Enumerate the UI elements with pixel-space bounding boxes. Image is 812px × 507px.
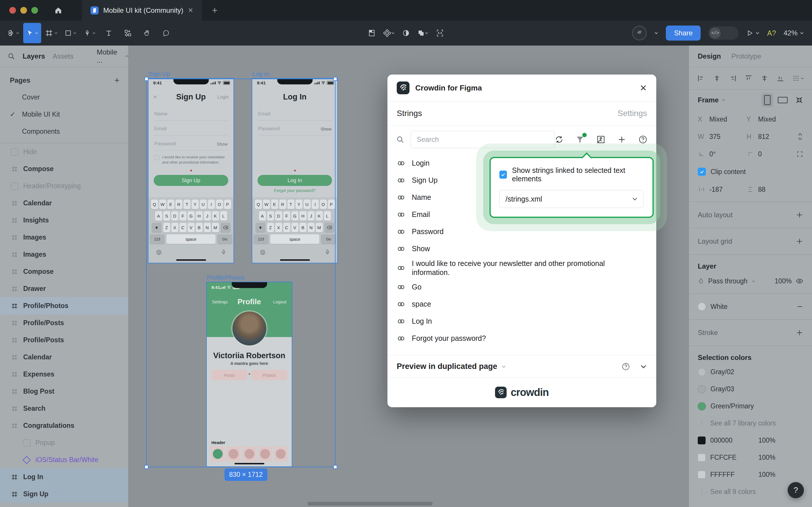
page-item-components[interactable]: Components xyxy=(0,123,128,140)
layer-row[interactable]: Header/Prototyping xyxy=(0,177,128,194)
corner-radius-value[interactable]: 0 xyxy=(758,150,762,158)
tab-design[interactable]: Design xyxy=(698,52,721,60)
add-string-icon[interactable] xyxy=(618,135,626,144)
move-tool[interactable] xyxy=(23,23,41,43)
dev-mode-toggle[interactable]: </> xyxy=(708,26,739,40)
selection-color-row[interactable]: Gray/03 xyxy=(689,381,812,398)
tab-prototype[interactable]: Prototype xyxy=(732,52,761,60)
layer-row-selected[interactable]: Log In xyxy=(0,468,128,486)
string-item[interactable]: Forgot your password? xyxy=(397,330,647,347)
refresh-icon[interactable] xyxy=(555,135,564,144)
page-item-cover[interactable]: Cover xyxy=(0,89,128,106)
layer-row-selected[interactable]: Sign Up xyxy=(0,486,128,503)
align-right-icon[interactable] xyxy=(729,74,737,82)
pen-tool[interactable] xyxy=(80,23,99,43)
layer-row[interactable]: Insights xyxy=(0,212,128,229)
layer-row[interactable]: Expenses xyxy=(0,366,128,383)
resize-to-fit-icon[interactable] xyxy=(795,96,803,104)
search-icon[interactable] xyxy=(7,53,15,60)
share-button[interactable]: Share xyxy=(666,25,701,41)
present-button[interactable] xyxy=(746,30,759,37)
shape-tool[interactable] xyxy=(61,23,79,43)
page-dropdown[interactable]: Mobile ... xyxy=(97,48,117,64)
landscape-orientation-button[interactable] xyxy=(778,97,788,103)
dev-resources-icon[interactable] xyxy=(436,29,444,37)
tab-assets[interactable]: Assets xyxy=(53,52,73,60)
tab-strings[interactable]: Strings xyxy=(397,109,618,118)
rotation-value[interactable]: 0° xyxy=(709,150,716,158)
resources-tool[interactable] xyxy=(119,23,137,43)
tab-layers[interactable]: Layers xyxy=(22,52,45,60)
clip-content-checkbox[interactable] xyxy=(698,168,706,176)
color-swatch[interactable] xyxy=(698,437,706,444)
file-select[interactable]: /strings.xml xyxy=(500,190,644,208)
tab-settings[interactable]: Settings xyxy=(618,109,647,118)
create-component-icon[interactable] xyxy=(383,29,395,37)
string-item[interactable]: Go xyxy=(397,278,647,295)
layer-row[interactable]: Images xyxy=(0,246,128,263)
close-tab-icon[interactable]: ✕ xyxy=(188,7,193,14)
zoom-window-button[interactable] xyxy=(31,7,38,14)
figma-menu-button[interactable] xyxy=(4,23,22,43)
selection-color-row[interactable]: Gray/02 xyxy=(689,363,812,381)
filter-icon[interactable] xyxy=(576,135,584,144)
y-value[interactable]: Mixed xyxy=(758,115,776,123)
string-item[interactable]: Show xyxy=(397,240,647,257)
hand-tool[interactable] xyxy=(138,23,156,43)
home-icon[interactable] xyxy=(54,6,63,15)
file-tab[interactable]: Mobile UI kit (Community) ✕ xyxy=(82,0,202,20)
layer-row[interactable]: Calendar xyxy=(0,349,128,366)
layer-row[interactable]: Profile/Posts xyxy=(0,332,128,349)
selection-color-row[interactable]: Green/Primary xyxy=(689,398,812,415)
layer-row[interactable]: Profile/Posts xyxy=(0,315,128,332)
frame-label-signup[interactable]: Sign Up xyxy=(149,70,170,77)
align-vertical-center-icon[interactable] xyxy=(761,74,768,82)
color-swatch[interactable] xyxy=(698,368,706,376)
boolean-groups-icon[interactable] xyxy=(417,29,428,37)
fill-swatch[interactable] xyxy=(698,302,706,311)
layer-row-component[interactable]: iOS/Status Bar/White xyxy=(0,451,128,468)
horizontal-gap-value[interactable]: -187 xyxy=(709,186,723,193)
selection-handle[interactable] xyxy=(144,77,149,81)
constrain-proportions-icon[interactable] xyxy=(797,133,803,140)
vertical-gap-value[interactable]: 88 xyxy=(758,186,766,193)
frame-label-login[interactable]: Log In xyxy=(252,70,269,77)
new-tab-button[interactable]: + xyxy=(212,5,218,16)
close-window-button[interactable] xyxy=(9,7,16,14)
layer-row[interactable]: Compose xyxy=(0,160,128,177)
width-value[interactable]: 375 xyxy=(709,133,720,141)
selection-handle[interactable] xyxy=(333,465,337,469)
blend-mode-value[interactable]: Pass through xyxy=(708,277,748,285)
selection-handle[interactable] xyxy=(333,77,337,81)
frame-tool[interactable] xyxy=(42,23,60,43)
page-item-mobile-ui-kit[interactable]: ✓ Mobile UI Kit xyxy=(0,106,128,123)
horizontal-scrollbar[interactable] xyxy=(307,502,433,506)
layer-row[interactable]: Compose xyxy=(0,263,128,280)
edit-object-icon[interactable] xyxy=(368,29,375,37)
minimize-window-button[interactable] xyxy=(20,7,27,14)
layer-row[interactable]: Blog Post xyxy=(0,383,128,400)
user-avatar[interactable] xyxy=(632,26,647,40)
mask-icon[interactable] xyxy=(402,29,410,37)
selection-handle[interactable] xyxy=(144,465,149,469)
color-swatch[interactable] xyxy=(698,454,706,461)
portrait-orientation-button[interactable] xyxy=(761,93,773,107)
linked-strings-checkbox[interactable] xyxy=(500,171,507,179)
layer-row[interactable]: Search xyxy=(0,400,128,417)
x-value[interactable]: Mixed xyxy=(709,115,727,123)
align-horizontal-center-icon[interactable] xyxy=(713,74,721,82)
search-input[interactable] xyxy=(411,131,555,148)
text-tool[interactable] xyxy=(100,23,118,43)
add-stroke-button[interactable] xyxy=(796,329,803,336)
add-page-button[interactable]: + xyxy=(114,75,119,85)
color-swatch[interactable] xyxy=(698,385,706,393)
help-icon[interactable] xyxy=(638,135,648,144)
zoom-menu[interactable]: 42% xyxy=(784,29,804,37)
align-top-icon[interactable] xyxy=(745,74,752,82)
account-chevron-icon[interactable] xyxy=(654,31,658,35)
add-layout-grid-button[interactable] xyxy=(796,237,803,245)
visibility-eye-icon[interactable] xyxy=(796,277,803,285)
frame-section-label[interactable]: Frame xyxy=(698,96,718,104)
layer-row[interactable]: Popup xyxy=(0,434,128,451)
tidy-up-icon[interactable] xyxy=(793,75,804,82)
